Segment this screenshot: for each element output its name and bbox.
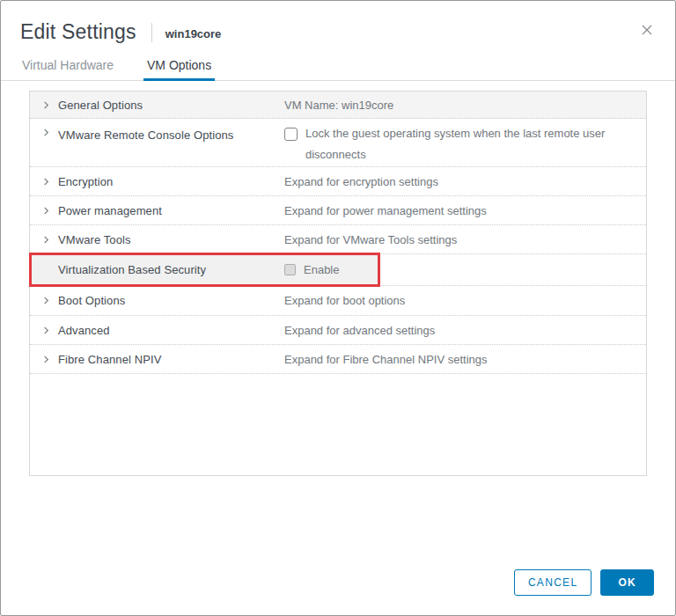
row-vmware-tools[interactable]: VMware Tools Expand for VMware Tools set… [30, 225, 646, 254]
row-label-cell: VMware Remote Console Options [30, 126, 284, 142]
cancel-button[interactable]: CANCEL [514, 569, 592, 596]
row-encryption[interactable]: Encryption Expand for encryption setting… [30, 167, 646, 196]
row-label-cell: Advanced [30, 324, 284, 337]
lock-guest-os-checkbox[interactable] [284, 128, 298, 141]
row-value-cell: Enable [284, 263, 646, 276]
row-label: Advanced [58, 324, 110, 337]
chevron-right-icon [42, 178, 50, 186]
chevron-right-icon [42, 236, 50, 244]
chevron-right-icon [42, 326, 50, 334]
vm-name: win19core [165, 27, 222, 40]
row-label: Fibre Channel NPIV [58, 353, 161, 366]
dialog-footer: CANCEL OK [514, 569, 654, 596]
row-label-cell: VMware Tools [30, 233, 284, 246]
tab-virtual-hardware[interactable]: Virtual Hardware [20, 58, 115, 80]
chevron-right-icon [42, 356, 50, 363]
row-general-options[interactable]: General Options VM Name: win19core [30, 92, 646, 119]
row-power-management[interactable]: Power management Expand for power manage… [30, 196, 646, 225]
row-label: Virtualization Based Security [58, 263, 206, 276]
row-value-cell: Lock the guest operating system when the… [284, 126, 646, 165]
vbs-enable-checkbox [284, 264, 296, 275]
checkbox-label: Lock the guest operating system when the… [305, 123, 609, 165]
close-icon[interactable] [639, 22, 655, 38]
chevron-right-icon [42, 207, 50, 215]
row-label-cell: Fibre Channel NPIV [30, 353, 284, 366]
checkbox-label: Enable [304, 263, 339, 276]
row-label-cell: Power management [30, 204, 284, 217]
tab-vm-options[interactable]: VM Options [145, 58, 213, 80]
vm-options-table: General Options VM Name: win19core VMwar… [29, 91, 647, 476]
row-label: Boot Options [58, 294, 125, 307]
ok-button[interactable]: OK [600, 569, 654, 596]
row-virtualization-based-security: Virtualization Based Security Enable [30, 254, 646, 286]
row-label: Encryption [58, 175, 113, 188]
row-label-cell: Encryption [30, 175, 284, 188]
row-label-cell: General Options [30, 99, 284, 112]
row-value: Expand for power management settings [284, 204, 646, 217]
row-value: Expand for boot options [284, 294, 646, 307]
row-value: Expand for encryption settings [284, 175, 646, 188]
row-value: VM Name: win19core [284, 99, 646, 112]
row-label: Power management [58, 204, 162, 217]
row-label-cell: Virtualization Based Security [30, 263, 284, 276]
tab-bar: Virtual Hardware VM Options [1, 58, 675, 81]
row-advanced[interactable]: Advanced Expand for advanced settings [30, 316, 646, 345]
edit-settings-dialog: Edit Settings win19core Virtual Hardware… [0, 0, 676, 616]
row-value: Expand for Fibre Channel NPIV settings [284, 353, 646, 366]
row-value: Expand for advanced settings [284, 324, 646, 337]
row-boot-options[interactable]: Boot Options Expand for boot options [30, 286, 646, 316]
row-label: VMware Remote Console Options [58, 128, 233, 142]
dialog-title: Edit Settings [20, 20, 136, 44]
title-divider [151, 23, 152, 42]
row-label: General Options [58, 99, 143, 112]
dialog-header: Edit Settings win19core [1, 1, 675, 44]
chevron-right-icon [42, 128, 50, 136]
row-label: VMware Tools [58, 233, 131, 246]
row-value: Expand for VMware Tools settings [284, 233, 646, 246]
row-label-cell: Boot Options [30, 294, 284, 307]
chevron-right-icon [42, 101, 50, 109]
row-fibre-channel-npiv[interactable]: Fibre Channel NPIV Expand for Fibre Chan… [30, 345, 646, 374]
row-vmware-remote-console-options[interactable]: VMware Remote Console Options Lock the g… [30, 119, 646, 167]
chevron-right-icon [42, 297, 50, 304]
